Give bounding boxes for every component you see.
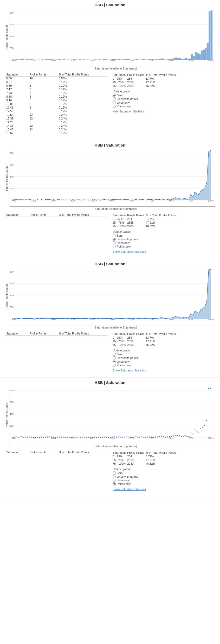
radio-option-lines-with-points[interactable]: Lines with points [113,97,215,100]
sum-col-range: Saturation [113,73,127,77]
stats-toggle-link[interactable]: Hide Saturation Statistics [113,110,145,113]
svg-rect-42 [55,60,57,60]
stats-toggle-link[interactable]: Show Saturation Statistics [113,369,146,372]
svg-point-183 [171,199,172,200]
col-profile-points: Profile Points [29,332,58,336]
stats-toggle-link[interactable]: Show Saturation Statistics [113,488,146,491]
svg-point-301 [141,436,142,437]
radio-option-lines-only[interactable]: Lines only [113,241,215,244]
radio-option-lines-with-points[interactable]: Lines with points [113,238,215,241]
svg-point-297 [133,437,134,438]
svg-rect-59 [89,60,90,60]
svg-rect-75 [120,59,122,60]
chart-container: 02004006008000%10%20%30%40%50%60%70%80%9… [10,149,215,207]
section-title: HSB | Saturation [5,380,215,385]
svg-rect-116 [201,50,203,60]
svg-point-182 [167,199,168,200]
svg-rect-57 [85,60,87,60]
svg-point-257 [55,437,56,438]
table-row: 14.35120.24% [5,124,107,128]
sum-col-points: Profile Points [127,213,146,217]
svg-text:10%: 10% [31,59,36,61]
radio-option-bars[interactable]: Bars [113,234,215,237]
svg-point-258 [57,437,58,438]
radio-option-lines-only[interactable]: Lines only [113,101,215,104]
svg-rect-23 [18,60,20,60]
svg-point-192 [206,182,207,184]
svg-rect-30 [32,59,34,60]
svg-point-280 [100,437,101,438]
sum-col-range: Saturation [113,332,127,336]
radio-option-lines-only[interactable]: Lines only [113,479,215,482]
svg-rect-95 [159,59,161,60]
svg-point-159 [76,199,77,200]
stats-right: Saturation Profile Points % of Total Pro… [113,450,215,491]
radio-option-points-only[interactable]: Points only [113,105,215,108]
radio-label: Lines with points [117,97,138,100]
radio-option-points-only[interactable]: Points only [113,364,215,367]
svg-rect-101 [171,59,173,60]
svg-rect-68 [106,59,108,60]
table-row: 14.2960.12% [5,120,107,124]
svg-text:200: 200 [10,187,14,190]
svg-rect-100 [169,59,171,60]
radio-option-bars[interactable]: Bars [113,353,215,356]
update-graph-label: Update graph: [113,349,215,352]
radio-circle [113,234,116,237]
radio-label: Lines with points [117,238,138,241]
svg-rect-111 [191,54,193,60]
table-row: 15.46120.24% [5,128,107,131]
svg-point-330 [198,432,199,433]
radio-option-lines-only[interactable]: Lines only [113,360,215,363]
svg-rect-84 [138,60,140,60]
table-row: 12.5050.12% [5,109,107,113]
svg-point-176 [143,199,144,200]
svg-point-151 [45,199,46,200]
summary-row: 0 - 25%2845.77% [113,454,177,458]
svg-rect-41 [53,60,55,60]
svg-rect-85 [140,60,142,60]
svg-rect-67 [105,59,106,60]
svg-point-334 [206,420,207,421]
svg-point-309 [157,437,158,438]
radio-option-points-only[interactable]: Points only [113,482,215,485]
radio-option-points-only[interactable]: Points only [113,245,215,248]
col-saturation: Saturation [5,450,29,454]
stats-header-table: Saturation Profile Points % of Total Pro… [5,213,107,217]
svg-rect-48 [67,60,69,60]
svg-point-155 [61,199,62,200]
chart-container: 02004006008000%10%20%30%40%50%60%70%80%9… [10,387,215,444]
x-axis-label: Saturation (relative to Brightness) [17,326,215,329]
update-graph-section: Update graph:BarsLines with pointsLines … [113,349,215,367]
summary-row: 75 - 100%228046.32% [113,84,177,88]
update-graph-label: Update graph: [113,468,215,471]
svg-point-310 [159,436,160,437]
svg-point-283 [106,437,107,438]
svg-point-298 [135,436,137,437]
y-axis-label: Profile Points Count [5,387,8,444]
section-bars: HSB | SaturationProfile Points Count0200… [0,0,220,140]
svg-point-173 [132,199,133,200]
svg-rect-105 [179,58,181,60]
col-profile-points: Profile Points [29,450,58,454]
svg-point-331 [200,428,201,429]
radio-option-lines-with-points[interactable]: Lines with points [113,475,215,478]
radio-option-bars[interactable]: Bars [113,471,215,475]
radio-option-lines-with-points[interactable]: Lines with points [113,356,215,359]
svg-rect-65 [101,60,102,60]
svg-point-316 [171,436,172,437]
x-axis-label: Saturation (relative to Brightness) [17,67,215,70]
radio-option-bars[interactable]: Bars [113,94,215,97]
stats-toggle-link[interactable]: Show Saturation Statistics [113,250,146,253]
svg-rect-98 [165,60,167,60]
svg-rect-86 [142,59,144,60]
svg-rect-35 [42,59,43,60]
svg-point-317 [173,435,174,437]
svg-rect-80 [130,60,132,60]
radio-label: Lines with points [117,475,138,478]
svg-text:90%: 90% [189,437,193,439]
svg-rect-71 [112,59,114,60]
svg-point-272 [84,437,85,438]
svg-rect-36 [43,60,45,60]
svg-point-167 [108,199,109,200]
